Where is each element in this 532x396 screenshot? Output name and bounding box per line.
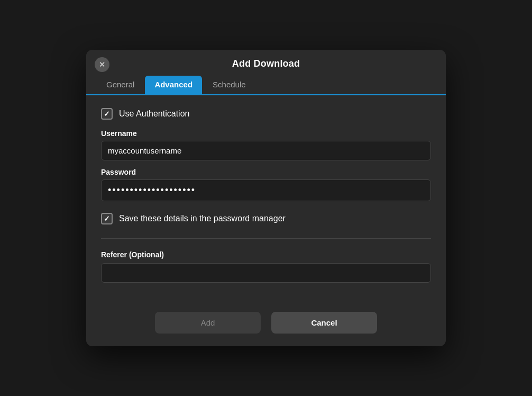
add-button[interactable]: Add: [155, 312, 261, 334]
tab-content: ✓ Use Authentication Username Password •…: [86, 95, 446, 303]
password-input-display[interactable]: ••••••••••••••••••••: [101, 179, 431, 201]
close-icon: ✕: [99, 60, 105, 69]
username-section: Username: [101, 129, 431, 160]
referer-label: Referer (Optional): [101, 250, 431, 259]
cancel-button[interactable]: Cancel: [271, 312, 377, 334]
tab-advanced[interactable]: Advanced: [145, 76, 202, 94]
password-dots: ••••••••••••••••••••: [108, 185, 196, 196]
dialog-footer: Add Cancel: [86, 303, 446, 346]
referer-input[interactable]: [101, 263, 431, 283]
title-bar: ✕ Add Download: [86, 50, 446, 69]
auth-checkmark: ✓: [104, 110, 110, 118]
auth-checkbox[interactable]: ✓: [101, 108, 113, 120]
auth-checkbox-row[interactable]: ✓ Use Authentication: [101, 108, 431, 120]
save-checkmark: ✓: [104, 215, 110, 222]
tab-general[interactable]: General: [97, 76, 144, 94]
auth-checkbox-label: Use Authentication: [119, 109, 189, 119]
password-label: Password: [101, 168, 431, 176]
referer-section: Referer (Optional): [101, 250, 431, 283]
password-section: Password ••••••••••••••••••••: [101, 168, 431, 201]
save-checkbox-label: Save these details in the password manag…: [119, 214, 286, 223]
dialog-title: Add Download: [232, 58, 300, 69]
tabs-container: General Advanced Schedule: [86, 69, 446, 95]
close-button[interactable]: ✕: [95, 57, 109, 72]
tab-schedule[interactable]: Schedule: [203, 76, 255, 94]
save-checkbox[interactable]: ✓: [101, 213, 113, 224]
divider: [101, 238, 431, 239]
username-input[interactable]: [101, 141, 431, 160]
username-label: Username: [101, 129, 431, 138]
add-download-dialog: ✕ Add Download General Advanced Schedule…: [86, 50, 446, 346]
save-checkbox-row[interactable]: ✓ Save these details in the password man…: [101, 213, 431, 224]
